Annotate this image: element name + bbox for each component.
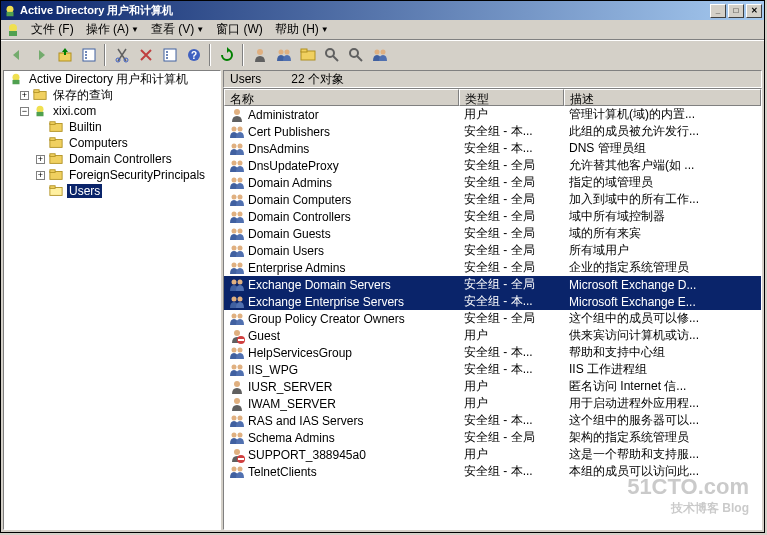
list-row[interactable]: Domain Guests安全组 - 全局域的所有来宾	[224, 225, 761, 242]
expand-icon[interactable]: +	[36, 155, 45, 164]
tree-builtin[interactable]: Builtin	[4, 119, 220, 135]
tree-fsp[interactable]: + ForeignSecurityPrincipals	[4, 167, 220, 183]
row-type: 安全组 - 全局	[459, 429, 564, 446]
user-icon	[229, 379, 245, 395]
menu-file[interactable]: 文件 (F)	[25, 19, 80, 40]
menu-window-icon[interactable]	[5, 22, 21, 38]
list-row[interactable]: RAS and IAS Servers安全组 - 本...这个组中的服务器可以.…	[224, 412, 761, 429]
list-row[interactable]: IWAM_SERVER用户用于启动进程外应用程...	[224, 395, 761, 412]
list-row[interactable]: Group Policy Creator Owners安全组 - 全局这个组中的…	[224, 310, 761, 327]
expand-icon[interactable]: +	[36, 171, 45, 180]
list-row[interactable]: Exchange Enterprise Servers安全组 - 本...Mic…	[224, 293, 761, 310]
list-row[interactable]: HelpServicesGroup安全组 - 本...帮助和支持中心组	[224, 344, 761, 361]
users-icon	[229, 243, 245, 259]
minimize-button[interactable]: _	[710, 4, 726, 18]
row-type: 安全组 - 本...	[459, 344, 564, 361]
list-row[interactable]: Domain Controllers安全组 - 全局域中所有域控制器	[224, 208, 761, 225]
find-button[interactable]	[344, 44, 367, 66]
close-button[interactable]: ✕	[746, 4, 762, 18]
nav-forward-button[interactable]	[29, 44, 52, 66]
row-desc: 架构的指定系统管理员	[564, 429, 761, 446]
new-group-button[interactable]	[272, 44, 295, 66]
row-type: 安全组 - 全局	[459, 191, 564, 208]
tree-domain-controllers[interactable]: + Domain Controllers	[4, 151, 220, 167]
row-type: 安全组 - 全局	[459, 276, 564, 293]
row-name: Guest	[248, 329, 280, 343]
row-name: SUPPORT_388945a0	[248, 448, 366, 462]
row-type: 安全组 - 全局	[459, 259, 564, 276]
user-icon	[229, 396, 245, 412]
row-type: 安全组 - 全局	[459, 310, 564, 327]
row-desc: 本组的成员可以访问此...	[564, 463, 761, 480]
row-desc: 所有域用户	[564, 242, 761, 259]
row-desc: 供来宾访问计算机或访...	[564, 327, 761, 344]
users-icon	[229, 209, 245, 225]
properties2-button[interactable]	[158, 44, 181, 66]
row-name: Administrator	[248, 108, 319, 122]
list-row[interactable]: IUSR_SERVER用户匿名访问 Internet 信...	[224, 378, 761, 395]
row-type: 安全组 - 本...	[459, 463, 564, 480]
tree-root[interactable]: Active Directory 用户和计算机	[4, 71, 220, 87]
row-desc: 允许替其他客户端(如 ...	[564, 157, 761, 174]
users-icon	[229, 362, 245, 378]
list-row[interactable]: Domain Computers安全组 - 全局加入到域中的所有工作...	[224, 191, 761, 208]
col-name[interactable]: 名称	[224, 89, 459, 106]
list-row[interactable]: SUPPORT_388945a0用户这是一个帮助和支持服...	[224, 446, 761, 463]
nav-up-button[interactable]	[53, 44, 76, 66]
list-row[interactable]: Domain Admins安全组 - 全局指定的域管理员	[224, 174, 761, 191]
row-type: 安全组 - 本...	[459, 412, 564, 429]
list-row[interactable]: Guest用户供来宾访问计算机或访...	[224, 327, 761, 344]
tree-computers[interactable]: Computers	[4, 135, 220, 151]
filter-button[interactable]	[320, 44, 343, 66]
add-to-group-button[interactable]	[368, 44, 391, 66]
list-row[interactable]: Enterprise Admins安全组 - 全局企业的指定系统管理员	[224, 259, 761, 276]
list-row[interactable]: IIS_WPG安全组 - 本...IIS 工作进程组	[224, 361, 761, 378]
row-type: 安全组 - 全局	[459, 208, 564, 225]
tree-saved-queries[interactable]: + 保存的查询	[4, 87, 220, 103]
users-icon	[229, 430, 245, 446]
menu-window[interactable]: 窗口 (W)	[210, 19, 269, 40]
refresh-button[interactable]	[215, 44, 238, 66]
row-name: IIS_WPG	[248, 363, 298, 377]
users-icon	[229, 294, 245, 310]
row-desc: 这个组中的服务器可以...	[564, 412, 761, 429]
row-name: Domain Guests	[248, 227, 331, 241]
new-ou-button[interactable]	[296, 44, 319, 66]
menu-view[interactable]: 查看 (V)▼	[145, 19, 210, 40]
row-desc: 这个组中的成员可以修...	[564, 310, 761, 327]
tree-domain[interactable]: − xixi.com	[4, 103, 220, 119]
row-type: 安全组 - 全局	[459, 157, 564, 174]
list-row[interactable]: Administrator用户管理计算机(域)的内置...	[224, 106, 761, 123]
toolbar	[1, 40, 764, 68]
expand-icon[interactable]: +	[20, 91, 29, 100]
tree-users[interactable]: Users	[4, 183, 220, 199]
col-desc[interactable]: 描述	[564, 89, 761, 106]
collapse-icon[interactable]: −	[20, 107, 29, 116]
cut-button[interactable]	[110, 44, 133, 66]
tree-view[interactable]: Active Directory 用户和计算机 + 保存的查询 − xixi.c…	[3, 70, 221, 530]
users-icon	[229, 345, 245, 361]
list-row[interactable]: Cert Publishers安全组 - 本...此组的成员被允许发行...	[224, 123, 761, 140]
row-type: 安全组 - 本...	[459, 140, 564, 157]
row-type: 用户	[459, 395, 564, 412]
list-row[interactable]: TelnetClients安全组 - 本...本组的成员可以访问此...	[224, 463, 761, 480]
users-icon	[229, 124, 245, 140]
nav-back-button[interactable]	[5, 44, 28, 66]
delete-button[interactable]	[134, 44, 157, 66]
help-button[interactable]	[182, 44, 205, 66]
properties-button[interactable]	[77, 44, 100, 66]
list-row[interactable]: Exchange Domain Servers安全组 - 全局Microsoft…	[224, 276, 761, 293]
new-user-button[interactable]	[248, 44, 271, 66]
row-name: Enterprise Admins	[248, 261, 345, 275]
row-type: 安全组 - 本...	[459, 361, 564, 378]
menu-action[interactable]: 操作 (A)▼	[80, 19, 145, 40]
list-row[interactable]: Domain Users安全组 - 全局所有域用户	[224, 242, 761, 259]
list-row[interactable]: DnsUpdateProxy安全组 - 全局允许替其他客户端(如 ...	[224, 157, 761, 174]
list-row[interactable]: Schema Admins安全组 - 全局架构的指定系统管理员	[224, 429, 761, 446]
users-icon	[229, 413, 245, 429]
list-view[interactable]: 名称 类型 描述 Administrator用户管理计算机(域)的内置...Ce…	[223, 88, 762, 530]
list-row[interactable]: DnsAdmins安全组 - 本...DNS 管理员组	[224, 140, 761, 157]
maximize-button[interactable]: □	[728, 4, 744, 18]
menu-help[interactable]: 帮助 (H)▼	[269, 19, 335, 40]
col-type[interactable]: 类型	[459, 89, 564, 106]
